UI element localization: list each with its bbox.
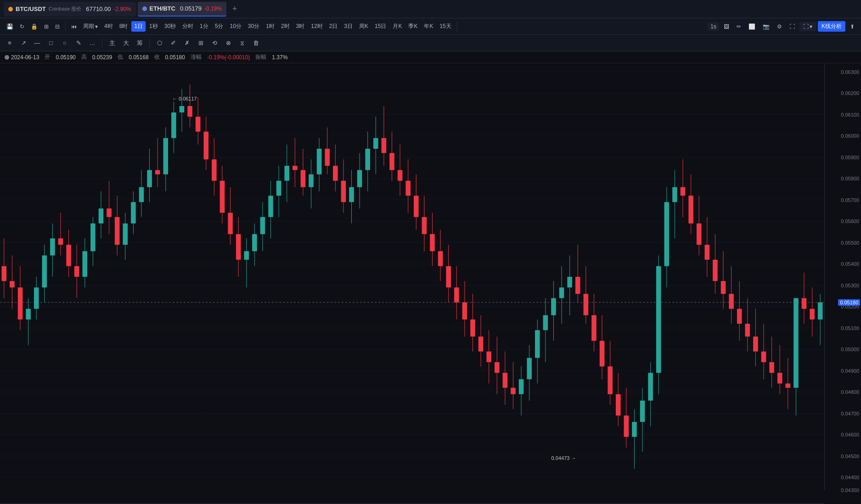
kline-analysis-btn[interactable]: K线分析 (818, 21, 845, 32)
screenshot-btn[interactable]: 🖼 (721, 22, 732, 31)
tf-10m[interactable]: 10分 (227, 21, 244, 32)
tf-yeark[interactable]: 年K (421, 21, 436, 32)
chart-area[interactable] (0, 63, 824, 490)
tf-5m[interactable]: 5分 (212, 21, 226, 32)
tf-3h[interactable]: 3时 (293, 21, 308, 32)
draw-text[interactable]: ✐ (167, 37, 179, 49)
draw-btn[interactable]: ✏ (734, 22, 744, 31)
tf-12h[interactable]: 12时 (308, 21, 325, 32)
indicator-large[interactable]: 大 (120, 37, 132, 49)
btcusdt-symbol: BTC/USDT (16, 6, 46, 12)
top-bar: BTC/USDT Coinbase 股价 67710.00 -2.90% ETH… (0, 0, 861, 18)
layout-btn[interactable]: ⬜ (746, 22, 758, 31)
candlestick-canvas[interactable] (0, 63, 824, 490)
price-label: 0.05000 (841, 347, 859, 352)
toolbar-right: 1s 🖼 ✏ ⬜ 📷 ⚙ ⛶ ⛶ ▾ K线分析 ⬆ (708, 21, 857, 32)
draw-pencil[interactable]: ✎ (73, 37, 84, 49)
share-btn[interactable]: ⬆ (847, 22, 857, 31)
tf-4h[interactable]: 4时 (101, 21, 116, 32)
draw-grid-tool[interactable]: ⊞ (195, 37, 207, 49)
draw-more[interactable]: … (86, 37, 98, 49)
period-arrow: ▾ (95, 23, 98, 30)
ethbtc-icon (142, 6, 147, 11)
chart-container: 0.063000.062000.061000.060000.059000.058… (0, 63, 861, 503)
ohlc-date: 2024-06-13 (11, 54, 39, 61)
crypto-label: ⛶ (803, 23, 809, 30)
draw-filter[interactable]: ⧖ (236, 37, 248, 49)
draw-circle[interactable]: ○ (59, 37, 71, 49)
draw-line[interactable]: — (31, 37, 43, 49)
ohlc-close-label: 收 (154, 53, 160, 61)
crypto-selector[interactable]: ⛶ ▾ (799, 22, 816, 31)
tf-2h[interactable]: 2时 (278, 21, 293, 32)
price-label: 0.05300 (841, 283, 859, 288)
period-label: 周期 (83, 22, 94, 30)
price-label: 0.04300 (841, 487, 859, 493)
toolbar-grid[interactable]: ⊟ (52, 22, 62, 31)
toolbar-reload[interactable]: ↻ (17, 22, 27, 31)
indicator-chip[interactable]: 筹 (134, 37, 146, 49)
price-label: 0.04700 (841, 411, 859, 416)
tf-30s[interactable]: 30秒 (162, 21, 179, 32)
ohlc-close: 0.05180 (165, 54, 185, 61)
ohlc-high-label: 高 (81, 53, 87, 61)
draw-undo[interactable]: ⟲ (208, 37, 220, 49)
tf-1h[interactable]: 1时 (263, 21, 277, 32)
add-tab-button[interactable]: + (228, 3, 241, 16)
fullscreen-btn[interactable]: ⛶ (787, 22, 798, 31)
price-label: 0.06100 (841, 112, 859, 118)
tf-3d[interactable]: 3日 (341, 21, 355, 32)
ohlc-low-label: 低 (118, 53, 123, 61)
ohlc-change: -0.19%(-0.00010) (207, 54, 250, 61)
toolbar-prev[interactable]: ⏮ (68, 22, 79, 31)
tf-monthk[interactable]: 月K (390, 21, 405, 32)
price-label: 0.05400 (841, 261, 859, 267)
draw-cross[interactable]: ✗ (181, 37, 193, 49)
price-axis: 0.063000.062000.061000.060000.059000.058… (824, 63, 861, 490)
tf-min[interactable]: 分时 (180, 21, 196, 32)
draw-polygon[interactable]: ⬡ (153, 37, 165, 49)
tf-15d[interactable]: 15日 (372, 21, 389, 32)
crypto-arrow: ▾ (810, 23, 812, 30)
tf-1d[interactable]: 1日 (131, 21, 146, 32)
tf-seasonk[interactable]: 季K (405, 21, 420, 32)
tf-30m[interactable]: 30分 (245, 21, 262, 32)
price-label: 0.04400 (841, 475, 859, 480)
ohlc-high: 0.05239 (92, 54, 112, 61)
price-label: 0.05100 (841, 325, 859, 331)
toolbar-layout[interactable]: ⊞ (41, 22, 51, 31)
tf-8h[interactable]: 8时 (117, 21, 131, 32)
ethbtc-price: 0.05179 (180, 5, 202, 12)
toolbar-lock[interactable]: 🔒 (28, 22, 40, 31)
ohlc-amplitude: 1.37% (272, 54, 287, 61)
photo-btn[interactable]: 📷 (760, 22, 772, 31)
settings-btn[interactable]: ⚙ (774, 22, 785, 31)
tf-1m[interactable]: 1分 (197, 21, 211, 32)
tf-2d[interactable]: 2日 (326, 21, 341, 32)
price-label: 0.05600 (841, 218, 859, 224)
ohlc-icon (5, 55, 9, 60)
tf-15days[interactable]: 15天 (437, 21, 454, 32)
draw-cursor[interactable]: ≡ (4, 37, 16, 49)
sep3 (102, 39, 102, 48)
price-label: 0.04800 (841, 389, 859, 395)
draw-arrow[interactable]: ↗ (17, 37, 29, 49)
btcusdt-price: 67710.00 (86, 6, 111, 12)
sep2 (457, 22, 457, 31)
ohlc-bar: 2024-06-13 开 0.05190 高 0.05239 低 0.05168… (0, 51, 861, 63)
toolbar-period[interactable]: 周期 ▾ (80, 21, 101, 32)
refresh-1s[interactable]: 1s (708, 22, 719, 31)
draw-magnet[interactable]: ⊗ (222, 37, 234, 49)
toolbar-save[interactable]: 💾 (4, 22, 16, 31)
btcusdt-tab[interactable]: BTC/USDT Coinbase 股价 67710.00 -2.90% (4, 2, 136, 17)
ohlc-low: 0.05168 (129, 54, 148, 61)
tf-weekk[interactable]: 周K (356, 21, 371, 32)
ethbtc-tab[interactable]: ETH/BTC 0.05179 -0.19% (138, 2, 226, 17)
tf-1s[interactable]: 1秒 (146, 21, 161, 32)
draw-rect[interactable]: □ (45, 37, 57, 49)
drawing-toolbar: ≡ ↗ — □ ○ ✎ … 主 大 筹 ⬡ ✐ ✗ ⊞ ⟲ ⊗ ⧖ 🗑 (0, 35, 861, 51)
draw-delete[interactable]: 🗑 (250, 37, 262, 49)
sep1 (65, 22, 66, 31)
indicator-main[interactable]: 主 (106, 37, 118, 49)
ethbtc-change: -0.19% (204, 6, 222, 12)
